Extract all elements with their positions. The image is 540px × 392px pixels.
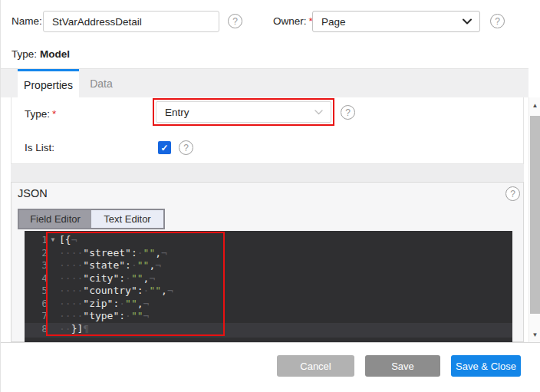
footer-divider	[1, 342, 540, 343]
code-line: 6····"zip":·"",¬	[25, 298, 512, 311]
scroll-up-icon[interactable]: ▲	[529, 100, 540, 110]
code-line: 1▼[{¬	[25, 234, 512, 247]
owner-label: Owner:*	[273, 15, 313, 27]
code-line: 8··}]¶	[25, 323, 512, 338]
type-field-label: Type:*	[25, 108, 56, 120]
save-button[interactable]: Save	[365, 355, 440, 377]
fold-gutter	[48, 310, 58, 323]
code-line: 7····"type":·""¬	[25, 310, 512, 323]
code-line: 3····"state":·"",¬	[25, 259, 512, 272]
is-list-checkbox[interactable]: ✓	[158, 141, 171, 154]
line-content: ····"city":·"",¬	[58, 272, 155, 285]
type-select-value: Entry	[165, 107, 189, 118]
line-content: ····"country":·"",¬	[58, 285, 173, 298]
is-list-help-icon[interactable]: ?	[179, 140, 193, 155]
owner-select[interactable]: Page	[312, 11, 480, 32]
line-number: 4	[25, 272, 48, 285]
vertical-scrollbar[interactable]: ▲ ▼	[528, 97, 540, 342]
code-line: 4····"city":·"",¬	[25, 272, 512, 285]
fold-gutter	[48, 298, 58, 311]
fold-gutter	[48, 259, 58, 272]
required-asterisk: *	[52, 108, 56, 120]
editor-mode-toggle: Field Editor Text Editor	[18, 209, 165, 229]
cancel-button[interactable]: Cancel	[277, 355, 354, 377]
fold-arrow-icon[interactable]: ▼	[48, 234, 58, 247]
json-help-icon[interactable]: ?	[505, 186, 520, 201]
json-section-title: JSON	[18, 187, 48, 199]
line-content: ····"state":·"",¬	[58, 259, 161, 272]
fold-gutter	[48, 285, 58, 298]
tab-data[interactable]: Data	[79, 69, 123, 98]
code-line: 2····"street":·"",¬	[25, 247, 512, 260]
chevron-down-icon	[314, 110, 323, 115]
variable-type-line: Type:Model	[12, 48, 70, 60]
type-help-icon[interactable]: ?	[341, 105, 355, 120]
scroll-down-icon[interactable]: ▼	[529, 329, 540, 340]
check-icon: ✓	[160, 143, 168, 153]
fold-gutter	[48, 247, 58, 260]
scrollbar-thumb[interactable]	[530, 116, 540, 314]
line-number: 2	[25, 247, 48, 260]
section-divider	[11, 164, 524, 182]
code-editor-lines: 1▼[{¬2····"street":·"",¬3····"state":·""…	[25, 231, 512, 338]
variable-type-value: Model	[40, 48, 70, 60]
tab-properties[interactable]: Properties	[18, 69, 79, 98]
fold-gutter	[48, 323, 58, 338]
text-editor-button[interactable]: Text Editor	[91, 210, 163, 228]
line-number: 8	[25, 323, 48, 338]
field-editor-button[interactable]: Field Editor	[19, 210, 91, 228]
variable-editor-dialog: Name:* ? Owner:* Page ? Type:Model Prope…	[0, 0, 540, 392]
line-content: [{¬	[58, 234, 77, 247]
line-number: 5	[25, 285, 48, 298]
name-input[interactable]	[43, 11, 219, 32]
line-content: ····"type":·""¬	[58, 310, 149, 323]
line-number: 7	[25, 310, 48, 323]
owner-select-value: Page	[321, 16, 346, 28]
save-and-close-button[interactable]: Save & Close	[451, 355, 521, 377]
code-line: 5····"country":·"",¬	[25, 285, 512, 298]
owner-help-icon[interactable]: ?	[490, 14, 505, 28]
chevron-down-icon	[463, 18, 472, 25]
type-select[interactable]: Entry	[156, 101, 331, 123]
line-content: ····"zip":·"",¬	[58, 298, 149, 311]
name-help-icon[interactable]: ?	[228, 14, 242, 28]
json-panel: JSON ? Field Editor Text Editor 1▼[{¬2··…	[11, 182, 524, 342]
line-number: 3	[25, 259, 48, 272]
tab-bar: Properties Data	[1, 68, 528, 97]
line-content: ··}]¶	[58, 323, 89, 338]
line-number: 1	[25, 234, 48, 247]
json-code-editor[interactable]: 1▼[{¬2····"street":·"",¬3····"state":·""…	[25, 231, 512, 342]
fold-gutter	[48, 272, 58, 285]
line-number: 6	[25, 298, 48, 311]
is-list-label: Is List:	[25, 142, 54, 153]
line-content: ····"street":·"",¬	[58, 247, 167, 260]
